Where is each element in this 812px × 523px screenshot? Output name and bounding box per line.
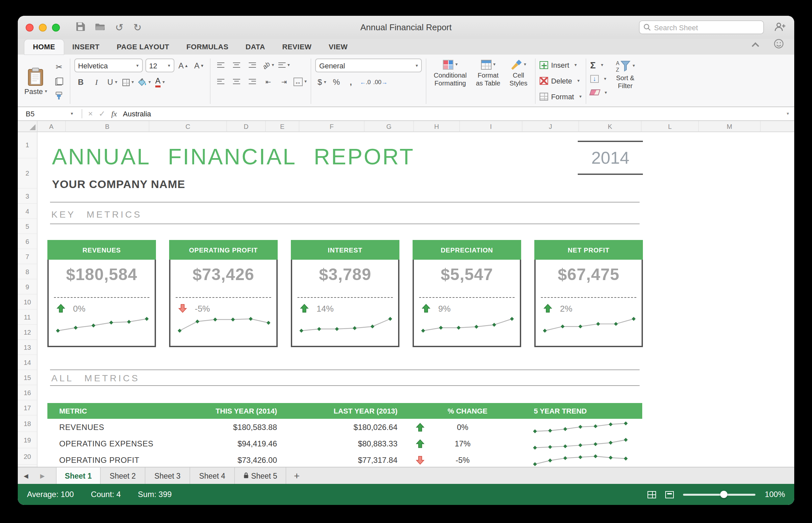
fullscreen-button[interactable] <box>52 23 60 31</box>
cell-styles-button[interactable]: ▾ CellStyles <box>506 58 531 88</box>
align-left-button[interactable] <box>214 75 227 88</box>
row-header-9[interactable]: 9 <box>18 279 37 294</box>
formula-bar-expand-icon[interactable]: ▾ <box>787 111 789 116</box>
cut-button[interactable]: ✂ <box>52 60 66 73</box>
row-header-5[interactable]: 5 <box>18 219 37 234</box>
fill-color-button[interactable]: ▾ <box>137 76 151 89</box>
copy-button[interactable] <box>52 75 66 88</box>
tab-review[interactable]: REVIEW <box>274 39 320 55</box>
undo-button[interactable]: ↺ <box>115 22 123 32</box>
tab-insert[interactable]: INSERT <box>64 39 108 55</box>
row-header-16[interactable]: 16 <box>18 385 37 400</box>
borders-button[interactable]: ▾ <box>121 76 135 89</box>
column-header-m[interactable]: M <box>699 121 761 131</box>
align-top-button[interactable] <box>214 58 227 72</box>
align-middle-button[interactable] <box>230 58 243 72</box>
column-header-i[interactable]: I <box>460 121 522 131</box>
row-header-13[interactable]: 13 <box>18 340 37 355</box>
minimize-button[interactable] <box>39 23 47 31</box>
row-header-6[interactable]: 6 <box>18 234 37 249</box>
close-button[interactable] <box>26 23 34 31</box>
decrease-indent-button[interactable]: ⇤ <box>262 75 275 88</box>
row-header-11[interactable]: 11 <box>18 310 37 325</box>
currency-format-button[interactable]: $▾ <box>315 76 328 89</box>
tab-page-layout[interactable]: PAGE LAYOUT <box>108 39 178 55</box>
redo-button[interactable]: ↻ <box>133 22 141 32</box>
metric-card[interactable]: DEPRECIATION$5,5479% <box>413 240 521 347</box>
font-name-select[interactable]: Helvetica▾ <box>74 58 142 72</box>
decrease-decimal-button[interactable]: .00→ <box>373 76 387 89</box>
sort-filter-button[interactable]: AZ▾ Sort &Filter <box>612 58 638 91</box>
insert-function-icon[interactable]: fx <box>111 109 117 119</box>
metric-card[interactable]: INTEREST$3,78914% <box>291 240 399 347</box>
column-header-b[interactable]: B <box>66 121 149 131</box>
tab-view[interactable]: VIEW <box>320 39 356 55</box>
metric-card[interactable]: OPERATING PROFIT$73,426-5% <box>169 240 278 347</box>
column-header-g[interactable]: G <box>365 121 414 131</box>
metric-card[interactable]: REVENUES$180,5840% <box>47 240 156 347</box>
comma-format-button[interactable]: , <box>344 76 357 89</box>
tab-home[interactable]: HOME <box>24 39 64 55</box>
next-sheet-button[interactable]: ▶ <box>34 467 51 484</box>
row-header-17[interactable]: 17 <box>18 400 37 415</box>
table-row[interactable]: REVENUES$180,583.88$180,026.640% <box>47 419 642 435</box>
table-row[interactable]: OPERATING PROFIT$73,426.00$77,317.84-5% <box>47 452 642 467</box>
zoom-slider[interactable] <box>684 493 756 495</box>
select-all-button[interactable] <box>18 121 37 131</box>
row-header-1[interactable]: 1 <box>18 132 37 159</box>
row-header-8[interactable]: 8 <box>18 264 37 279</box>
fill-button[interactable]: ↓▾ <box>590 72 607 85</box>
orientation-button[interactable]: ab▾ <box>262 58 275 72</box>
autosum-button[interactable]: Σ▾ <box>590 58 607 71</box>
increase-font-button[interactable]: A▲ <box>177 59 190 72</box>
format-as-table-button[interactable]: ▾ Formatas Table <box>472 58 503 88</box>
percent-format-button[interactable]: % <box>330 76 343 89</box>
row-header-20[interactable]: 20 <box>18 448 37 465</box>
column-header-a[interactable]: A <box>37 121 66 131</box>
format-cells-button[interactable]: Format▾ <box>539 90 582 103</box>
column-header-l[interactable]: L <box>642 121 699 131</box>
decrease-font-button[interactable]: A▼ <box>192 59 206 72</box>
zoom-slider-knob[interactable] <box>720 491 727 498</box>
column-header-f[interactable]: F <box>299 121 365 131</box>
delete-cells-button[interactable]: Delete▾ <box>539 74 582 87</box>
insert-cells-button[interactable]: Insert▾ <box>539 58 582 71</box>
column-header-c[interactable]: C <box>149 121 227 131</box>
search-input[interactable] <box>654 23 759 31</box>
font-size-select[interactable]: 12▾ <box>145 58 174 72</box>
share-button[interactable] <box>775 22 786 34</box>
open-button[interactable] <box>95 21 105 33</box>
search-box[interactable] <box>639 20 764 34</box>
column-header-d[interactable]: D <box>227 121 266 131</box>
metric-card[interactable]: NET PROFIT$67,4752% <box>534 240 643 347</box>
format-painter-button[interactable] <box>52 89 66 102</box>
sheet-tab-sheet-4[interactable]: Sheet 4 <box>190 467 235 484</box>
sheet-tab-sheet-3[interactable]: Sheet 3 <box>145 467 190 484</box>
row-header-2[interactable]: 2 <box>18 159 37 189</box>
row-header-10[interactable]: 10 <box>18 294 37 310</box>
font-color-button[interactable]: A▾ <box>153 76 167 89</box>
prev-sheet-button[interactable]: ◀ <box>18 467 34 484</box>
column-header-h[interactable]: H <box>414 121 460 131</box>
row-header-12[interactable]: 12 <box>18 325 37 340</box>
formula-input[interactable]: Australia <box>123 110 779 118</box>
clear-button[interactable]: ▾ <box>590 86 607 98</box>
row-header-14[interactable]: 14 <box>18 355 37 370</box>
sheet-tab-sheet-1[interactable]: Sheet 1 <box>56 467 101 484</box>
row-header-18[interactable]: 18 <box>18 415 37 432</box>
align-center-button[interactable] <box>230 75 243 88</box>
number-format-select[interactable]: General▾ <box>315 58 422 72</box>
sheet-tab-sheet-5[interactable]: Sheet 5 <box>235 467 286 484</box>
increase-indent-button[interactable]: ⇥ <box>277 75 291 88</box>
paste-button[interactable]: Paste▾ <box>24 67 47 95</box>
save-button[interactable] <box>76 21 85 33</box>
align-bottom-button[interactable] <box>246 58 259 72</box>
table-row[interactable]: OPERATING EXPENSES$94,419.46$80,883.3317… <box>47 435 642 452</box>
row-header-15[interactable]: 15 <box>18 370 37 385</box>
collapse-ribbon-button[interactable] <box>753 39 758 51</box>
feedback-button[interactable] <box>774 39 784 51</box>
row-header-4[interactable]: 4 <box>18 204 37 219</box>
normal-view-button[interactable] <box>648 491 656 498</box>
italic-button[interactable]: I <box>90 76 103 89</box>
add-sheet-button[interactable]: + <box>286 467 307 484</box>
